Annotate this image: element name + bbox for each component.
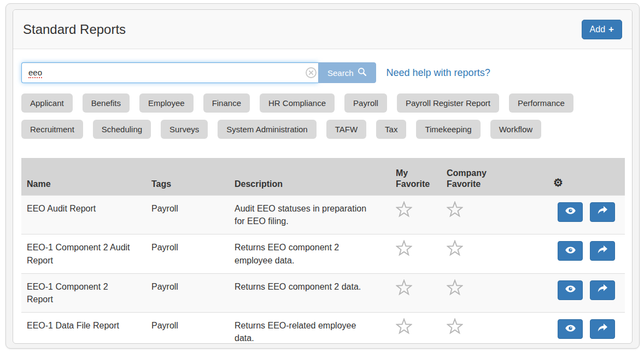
column-header-settings: ⚙ [548,158,625,196]
my-favorite-cell [390,234,441,273]
row-actions-cell [548,196,625,234]
plus-icon: + [608,24,614,35]
standard-reports-panel: Standard Reports Add + eeo [13,9,633,344]
add-button[interactable]: Add + [582,20,622,39]
table-row: EEO-1 Component 2 Audit Report Payroll R… [21,234,625,273]
tag-system-administration[interactable]: System Administration [218,120,316,139]
tag-finance[interactable]: Finance [203,93,250,113]
table-row: EEO-1 Data File Report Payroll Returns E… [21,313,625,344]
row-actions-cell [548,234,625,273]
eye-icon [565,284,576,296]
share-arrow-icon [597,323,608,336]
report-name-cell: EEO Audit Report [21,196,146,234]
share-arrow-icon [597,284,608,296]
report-tags-cell: Payroll [146,196,229,234]
column-header-name: Name [21,158,146,196]
table-row: EEO Audit Report Payroll Audit EEO statu… [21,196,625,234]
eye-icon [565,245,576,257]
tag-payroll-register-report[interactable]: Payroll Register Report [397,93,499,113]
report-name-cell: EEO-1 Component 2 Report [21,273,146,312]
eye-icon [565,323,576,336]
row-actions-cell [548,273,625,312]
my-favorite-star-icon[interactable] [396,318,412,338]
preview-report-button[interactable] [558,202,583,222]
share-arrow-icon [597,206,608,218]
search-row: eeo Search [21,62,624,83]
preview-report-button[interactable] [558,319,583,339]
my-favorite-star-icon[interactable] [396,279,412,299]
company-favorite-star-icon[interactable] [447,318,463,338]
report-name-cell: EEO-1 Component 2 Audit Report [21,234,146,273]
my-favorite-star-icon[interactable] [396,240,412,260]
panel-body: eeo Search [13,49,632,344]
share-arrow-icon [597,245,608,257]
share-report-button[interactable] [590,241,615,261]
tag-benefits[interactable]: Benefits [83,93,130,113]
magnifier-icon [358,67,367,78]
my-favorite-cell [390,313,441,344]
clear-search-icon[interactable] [305,67,317,79]
table-row: EEO-1 Component 2 Report Payroll Returns… [21,273,625,312]
tag-filter-bar: Applicant Benefits Employee Finance HR C… [21,93,626,146]
table-header-row: Name Tags Description My Favorite Compan… [21,158,625,196]
report-tags-cell: Payroll [146,313,229,344]
tag-timekeeping[interactable]: Timekeeping [416,120,480,139]
tag-applicant[interactable]: Applicant [21,93,73,113]
column-header-tags: Tags [146,158,229,196]
company-favorite-star-icon[interactable] [447,201,463,221]
tag-tax[interactable]: Tax [376,120,406,139]
report-name-cell: EEO-1 Data File Report [21,313,146,344]
company-favorite-cell [441,196,548,234]
tag-surveys[interactable]: Surveys [161,120,208,139]
tag-performance[interactable]: Performance [509,93,573,113]
column-header-description: Description [229,158,390,196]
report-description-cell: Returns EEO component 2 data. [229,273,390,312]
company-favorite-cell [441,234,548,273]
add-button-label: Add [590,25,605,34]
share-report-button[interactable] [590,319,615,339]
preview-report-button[interactable] [558,280,583,300]
search-button[interactable]: Search [318,62,376,83]
tag-tafw[interactable]: TAFW [326,120,366,139]
my-favorite-cell [390,196,441,234]
preview-report-button[interactable] [558,241,583,261]
report-description-cell: Returns EEO component 2 employee data. [229,234,390,273]
report-tags-cell: Payroll [146,273,229,312]
tag-workflow[interactable]: Workflow [490,120,541,139]
search-input[interactable] [21,62,318,83]
reports-table: Name Tags Description My Favorite Compan… [21,158,625,344]
tag-scheduling[interactable]: Scheduling [93,120,151,139]
company-favorite-cell [441,313,548,344]
my-favorite-star-icon[interactable] [396,201,412,221]
search-input-group: eeo Search [21,62,376,83]
report-tags-cell: Payroll [146,234,229,273]
company-favorite-star-icon[interactable] [447,279,463,299]
share-report-button[interactable] [590,280,615,300]
panel-header: Standard Reports Add + [13,10,632,49]
tag-payroll[interactable]: Payroll [344,93,387,113]
tag-recruitment[interactable]: Recruitment [21,120,83,139]
report-description-cell: Audit EEO statuses in preparation for EE… [229,196,390,234]
search-button-label: Search [327,68,354,78]
page-title: Standard Reports [23,22,126,37]
help-with-reports-link[interactable]: Need help with reports? [387,67,490,79]
my-favorite-cell [390,273,441,312]
row-actions-cell [548,313,625,344]
app-window: Standard Reports Add + eeo [5,3,640,349]
tag-hr-compliance[interactable]: HR Compliance [260,93,335,113]
company-favorite-cell [441,273,548,312]
eye-icon [565,206,576,218]
gear-icon[interactable]: ⚙ [553,176,563,190]
share-report-button[interactable] [590,202,615,222]
report-description-cell: Returns EEO-related employee data. [229,313,390,344]
column-header-company-favorite: Company Favorite [441,158,548,196]
tag-employee[interactable]: Employee [139,93,194,113]
column-header-my-favorite: My Favorite [390,158,441,196]
company-favorite-star-icon[interactable] [447,240,463,260]
